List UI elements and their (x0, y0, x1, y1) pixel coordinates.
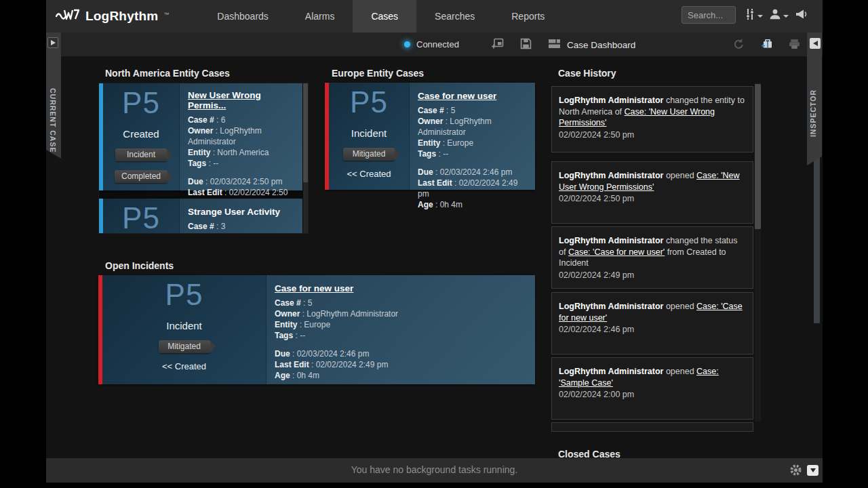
add-widget-icon (491, 38, 504, 52)
widget-title-europe: Europe Entity Cases (332, 68, 424, 79)
case-priority: P5 (122, 86, 160, 120)
inspector-tab[interactable]: INSPECTOR (807, 33, 822, 165)
owner-value: LogRhythm Administrator (307, 309, 398, 319)
history-action: opened (663, 171, 696, 180)
tags-label: Tags (418, 149, 443, 159)
entity-value: Europe (304, 320, 330, 329)
transition-mitigated-button[interactable]: Mitigated (343, 148, 395, 161)
due-value: 02/03/2024 2:46 pm (440, 167, 513, 177)
global-search-input[interactable] (682, 6, 736, 24)
announcements-button[interactable] (795, 8, 808, 22)
tags-label: Tags (188, 159, 213, 168)
case-title-link[interactable]: Strange User Activity (188, 207, 280, 217)
age-value: 0h 4m (440, 200, 462, 209)
connected-status-dot (404, 41, 410, 47)
save-dashboard-button[interactable] (518, 38, 533, 52)
history-scrollbar[interactable] (755, 83, 761, 422)
logo-trademark: ™ (163, 12, 169, 18)
owner-label: Owner (418, 117, 450, 126)
case-status: Incident (351, 127, 387, 139)
history-entry: LogRhythm Administrator changed the enti… (551, 86, 753, 152)
transition-mitigated-button[interactable]: Mitigated (159, 340, 210, 353)
last-edit-label: Last Edit (275, 360, 316, 369)
nav-item-cases[interactable]: Cases (353, 0, 416, 33)
primary-nav: Dashboards Alarms Cases Searches Reports (199, 0, 563, 33)
owner-label: Owner (188, 126, 220, 136)
background-tasks-bar: You have no background tasks running. (46, 458, 823, 483)
collapse-tasks-button[interactable] (807, 465, 818, 476)
case-status: Incident (166, 320, 202, 331)
case-card: P5 Strange User Activity Case #3 OwnerLo… (99, 199, 302, 234)
tasks-settings-button[interactable] (789, 464, 802, 479)
background-tasks-message: You have no background tasks running. (46, 464, 823, 475)
chevron-down-icon (757, 15, 763, 18)
history-timestamp: 02/02/2024 2:50 pm (559, 193, 746, 205)
entity-value: Europe (447, 138, 473, 148)
history-entry: LogRhythm Administrator opened Case: 'Ne… (551, 161, 753, 224)
logrhythm-logo[interactable]: LogRhythm ™ (56, 7, 169, 25)
dashboard-name-label: Case Dashboard (567, 40, 635, 50)
last-edit-label: Last Edit (418, 178, 459, 188)
nav-item-reports[interactable]: Reports (493, 0, 563, 33)
add-case-button[interactable] (760, 38, 774, 52)
logrhythm-console: LogRhythm ™ Dashboards Alarms Cases Sear… (0, 0, 868, 488)
nav-item-alarms[interactable]: Alarms (287, 0, 353, 33)
case-title-link[interactable]: Case for new user (418, 91, 496, 101)
user-menu-button[interactable] (769, 8, 789, 22)
history-timestamp: 02/02/2024 2:00 pm (559, 389, 746, 401)
nav-item-dashboards[interactable]: Dashboards (199, 0, 287, 33)
case-priority: P5 (350, 85, 388, 119)
gear-icon (789, 468, 802, 479)
case-status: Created (123, 128, 159, 140)
add-widget-button[interactable] (490, 38, 505, 52)
widget-scrollbar-thumb[interactable] (303, 83, 309, 182)
nav-item-searches[interactable]: Searches (416, 0, 493, 33)
history-entry: LogRhythm Administrator opened Case: 'Sa… (551, 357, 753, 420)
connection-status: Connected (404, 39, 459, 49)
transition-button-label: Incident (127, 150, 155, 159)
history-case-link[interactable]: Case: 'Case for new user' (568, 247, 665, 257)
case-number-value: 5 (451, 106, 456, 115)
history-actor: LogRhythm Administrator (559, 96, 663, 105)
print-button[interactable] (787, 38, 802, 52)
age-value: 0h 4m (297, 371, 319, 380)
chevron-right-icon (51, 40, 56, 45)
current-case-tab[interactable]: CURRENT CASE (46, 33, 61, 159)
dashboard-toolbar: Connected (46, 33, 823, 57)
chevron-down-icon (810, 468, 816, 472)
current-case-expand-button[interactable] (47, 37, 58, 48)
age-label: Age (275, 371, 297, 380)
transition-completed-button[interactable]: Completed (115, 170, 167, 183)
widget-title-north-america: North America Entity Cases (105, 68, 230, 79)
logrhythm-wave-icon (56, 7, 80, 25)
case-card: P5 Created Incident Completed New User W… (99, 83, 302, 190)
undo-button[interactable] (731, 38, 746, 52)
inspector-expand-button[interactable] (810, 38, 821, 49)
owner-label: Owner (188, 232, 220, 234)
widget-scrollbar[interactable] (303, 83, 309, 234)
case-number-label: Case # (275, 298, 308, 308)
panel-title-case-history: Case History (558, 68, 616, 79)
logo-text: LogRhythm (85, 9, 158, 24)
owner-label: Owner (275, 309, 307, 319)
case-title-link[interactable]: Case for new user (275, 283, 353, 293)
due-value: 02/03/2024 2:50 pm (210, 177, 283, 186)
case-card: P5 Incident Mitigated << Created Case fo… (325, 83, 535, 190)
tags-value: -- (300, 331, 305, 340)
revert-status-link[interactable]: << Created (347, 169, 391, 179)
case-title-link[interactable]: New User Wrong Permis... (188, 90, 294, 110)
history-scrollbar-thumb[interactable] (755, 84, 761, 229)
case-number-value: 6 (221, 115, 226, 125)
connected-label: Connected (416, 39, 459, 49)
top-nav-bar: LogRhythm ™ Dashboards Alarms Cases Sear… (46, 0, 823, 33)
revert-status-link[interactable]: << Created (162, 361, 206, 371)
megaphone-icon (795, 8, 808, 22)
case-card: P5 Incident Mitigated << Created Case fo… (98, 275, 535, 384)
history-actor: LogRhythm Administrator (559, 367, 663, 376)
filter-settings-button[interactable] (745, 8, 763, 22)
transition-incident-button[interactable]: Incident (115, 148, 167, 161)
due-value: 02/03/2024 2:46 pm (297, 349, 370, 359)
age-label: Age (418, 200, 440, 209)
printer-icon (789, 39, 800, 52)
entity-label: Entity (188, 148, 217, 157)
